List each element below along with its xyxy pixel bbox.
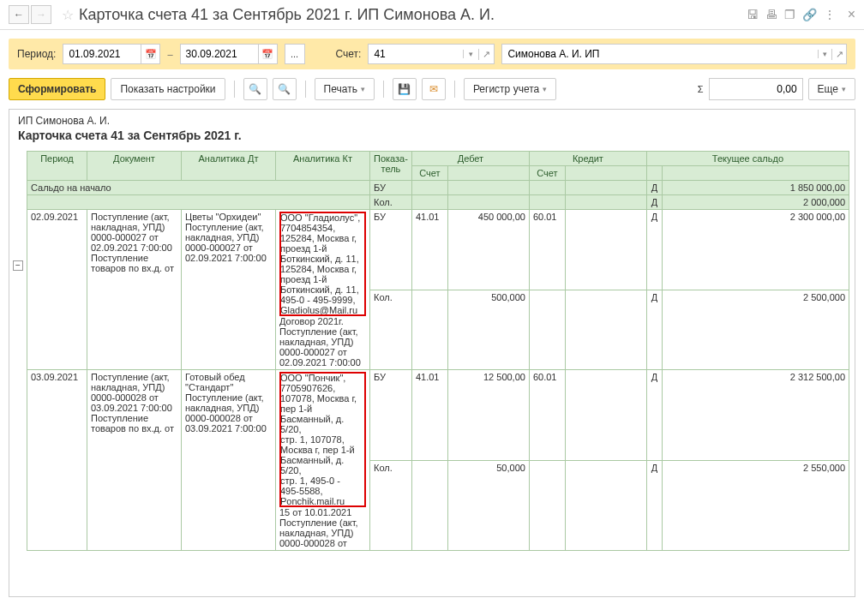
save-report-icon[interactable]: 🖫 (747, 8, 759, 21)
print-button[interactable]: Печать▾ (315, 78, 375, 100)
report-grid: Период Документ Аналитика Дт Аналитика К… (27, 151, 849, 551)
col-an-dt: Аналитика Дт (182, 152, 276, 181)
dropdown-icon[interactable]: ▾ (463, 50, 478, 58)
cell-s-v: 2 312 500,00 (662, 370, 849, 461)
org-input[interactable] (502, 48, 817, 60)
cell-doc: Поступление (акт, накладная, УПД) 0000-0… (87, 370, 182, 551)
close-button[interactable]: × (843, 7, 855, 22)
col-d-acct: Счет (411, 166, 447, 181)
form-button[interactable]: Сформировать (9, 78, 105, 100)
find-reset-button[interactable]: 🔍 (273, 78, 297, 100)
cell-d-val: 12 500,00 (447, 370, 529, 461)
back-button[interactable]: ← (9, 5, 29, 24)
col-saldo: Текущее сальдо (646, 152, 849, 166)
saldo-start-row: Сальдо на начало БУ Д 1 850 000,00 (27, 181, 849, 195)
cell-d-val: 50,000 (447, 460, 529, 551)
save-button[interactable]: 💾 (393, 78, 417, 100)
data-row: 03.09.2021Поступление (акт, накладная, У… (27, 370, 849, 461)
cell-k-acct: 60.01 (529, 210, 565, 290)
date-from-input[interactable] (63, 48, 141, 60)
report-area[interactable]: ИП Симонова А. И. Карточка счета 41 за С… (9, 109, 855, 597)
calendar-icon[interactable]: 📅 (141, 45, 159, 63)
window-title: Карточка счета 41 за Сентябрь 2021 г. ИП… (79, 6, 747, 24)
cell-ind: БУ (370, 370, 412, 461)
cell-doc: Поступление (акт, накладная, УПД) 0000-0… (87, 210, 182, 370)
toolbar: Сформировать Показать настройки 🔍 🔍 Печа… (0, 78, 864, 109)
report-title: Карточка счета 41 за Сентябрь 2021 г. (18, 129, 846, 142)
more-button[interactable]: Еще▾ (808, 78, 855, 100)
params-bar: Период: 📅 – 📅 ... Счет: ▾ ↗ ▾ ↗ (9, 39, 855, 69)
register-button[interactable]: Регистр учета▾ (464, 78, 556, 100)
cell-an-kt: ООО "Гладиолус", 7704854354, 125284, Мос… (276, 210, 370, 370)
cell-date: 03.09.2021 (27, 370, 87, 551)
cell-an-dt: Готовый обед "Стандарт" Поступление (акт… (182, 370, 276, 551)
cell-d-val: 450 000,00 (447, 210, 529, 290)
copy-icon[interactable]: ❐ (784, 8, 795, 21)
col-k-acct: Счет (529, 166, 565, 181)
cell-d-acct: 41.01 (411, 210, 447, 290)
menu-icon[interactable]: ⋮ (824, 8, 836, 21)
cell-k-acct: 60.01 (529, 370, 565, 461)
favorite-icon[interactable]: ☆ (62, 7, 74, 23)
email-button[interactable]: ✉ (422, 78, 446, 100)
sum-input[interactable] (709, 78, 803, 100)
period-label: Период: (17, 48, 56, 60)
cell-an-dt: Цветы "Орхидеи" Поступление (акт, наклад… (182, 210, 276, 370)
calendar-icon[interactable]: 📅 (258, 45, 277, 63)
cell-date: 02.09.2021 (27, 210, 87, 370)
cell-d-val: 500,000 (447, 290, 529, 370)
collapse-toggle[interactable]: − (13, 260, 23, 271)
open-icon[interactable]: ↗ (478, 49, 494, 60)
report-org: ИП Симонова А. И. (18, 115, 846, 127)
period-picker-button[interactable]: ... (285, 44, 305, 64)
account-field[interactable]: ▾ ↗ (368, 44, 495, 64)
cell-ind: Кол. (370, 290, 412, 370)
print-icon[interactable]: 🖶 (765, 8, 777, 21)
open-icon[interactable]: ↗ (831, 49, 846, 60)
find-button[interactable]: 🔍 (243, 78, 267, 100)
cell-s-v: 2 300 000,00 (662, 210, 849, 290)
data-row: 02.09.2021Поступление (акт, накладная, У… (27, 210, 849, 290)
date-to-field[interactable]: 📅 (180, 44, 278, 64)
col-period: Период (27, 152, 87, 181)
cell-ind: Кол. (370, 460, 412, 551)
account-input[interactable] (369, 48, 463, 60)
col-an-kt: Аналитика Кт (276, 152, 370, 181)
date-from-field[interactable]: 📅 (63, 44, 160, 64)
cell-s-d: Д (646, 370, 662, 461)
forward-button: → (31, 5, 51, 24)
cell-an-kt: ООО "Пончик", 7705907626, 107078, Москва… (276, 370, 370, 551)
org-field[interactable]: ▾ ↗ (501, 44, 847, 64)
titlebar: ← → ☆ Карточка счета 41 за Сентябрь 2021… (0, 0, 864, 30)
date-to-input[interactable] (181, 48, 258, 60)
saldo-start-row: Кол. Д 2 000,000 (27, 195, 849, 210)
sum-label: Σ (698, 84, 704, 94)
cell-s-d: Д (646, 290, 662, 370)
col-credit: Кредит (529, 152, 646, 166)
col-doc: Документ (87, 152, 182, 181)
settings-button[interactable]: Показать настройки (111, 78, 225, 100)
cell-ind: БУ (370, 210, 412, 290)
link-icon[interactable]: 🔗 (802, 8, 817, 21)
col-debet: Дебет (411, 152, 529, 166)
col-ind: Показа- тель (370, 152, 412, 181)
cell-s-d: Д (646, 210, 662, 290)
cell-s-d: Д (646, 460, 662, 551)
cell-s-v: 2 550,000 (662, 460, 849, 551)
dropdown-icon[interactable]: ▾ (818, 50, 832, 58)
dash: – (167, 49, 172, 59)
cell-d-acct: 41.01 (411, 370, 447, 461)
cell-s-v: 2 500,000 (662, 290, 849, 370)
account-label: Счет: (336, 48, 362, 60)
